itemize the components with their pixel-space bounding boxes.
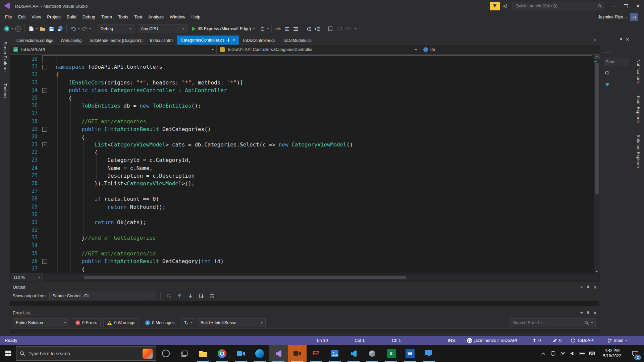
camera-app-icon[interactable] <box>231 345 250 362</box>
edge-icon[interactable] <box>250 345 269 362</box>
member-dropdown[interactable]: db <box>420 45 600 54</box>
outline-collapse-icon[interactable] <box>283 25 291 33</box>
taskbar-clock[interactable]: 4:42 PM 5/18/2022 <box>598 348 626 359</box>
code-line-18[interactable]: 18 //GET api/categories <box>10 118 594 125</box>
pin-icon[interactable] <box>586 311 590 315</box>
tray-keyboard-icon[interactable] <box>588 350 596 357</box>
filezilla-icon[interactable]: FZ <box>307 345 325 362</box>
send-feedback-icon[interactable] <box>500 2 510 10</box>
window-position-icon[interactable] <box>580 287 583 288</box>
collapse-region-icon[interactable]: - <box>42 65 47 69</box>
code-line-14[interactable]: 14- public class CategoriesController : … <box>10 86 594 94</box>
code-line-22[interactable]: 22 { <box>10 148 594 156</box>
pin-icon[interactable] <box>586 285 590 289</box>
filter-button[interactable] <box>181 318 195 327</box>
warnings-filter-button[interactable]: 0 Warnings <box>103 318 139 327</box>
zoom-select[interactable]: 110 % <box>11 274 43 281</box>
code-line-20[interactable]: 20 { <box>10 133 594 141</box>
code-line-27[interactable]: 27 <box>10 187 594 195</box>
search-error-list-input[interactable]: Search Error List <box>511 318 596 327</box>
fold-gutter[interactable]: - <box>38 125 52 133</box>
undo-dropdown-icon[interactable] <box>78 28 80 29</box>
goto-previous-message-icon[interactable] <box>176 292 184 300</box>
code-line-12[interactable]: 12{ <box>10 71 594 78</box>
undo-icon[interactable] <box>69 25 77 33</box>
tray-expand-icon[interactable] <box>540 350 547 357</box>
code-line-13[interactable]: 13 [EnableCors(origins: "*", headers: "*… <box>10 79 594 86</box>
menu-tools[interactable]: Tools <box>115 12 131 22</box>
status-insert-mode[interactable]: INS <box>448 336 455 345</box>
new-file-icon[interactable] <box>27 25 35 33</box>
solution-explorer-tab[interactable]: Solution Explorer <box>636 132 641 171</box>
error-list-grid[interactable] <box>10 328 600 333</box>
menu-analyze[interactable]: Analyze <box>145 12 167 22</box>
server-explorer-tab[interactable]: Server Explorer <box>3 39 7 75</box>
code-line-16[interactable]: 16 ToDoEntities db = new ToDoEntities(); <box>10 102 594 110</box>
account-name[interactable]: Jazmine Rizo <box>598 15 623 19</box>
close-panel-icon[interactable]: ✕ <box>593 285 597 290</box>
status-line[interactable]: Ln 10 <box>317 336 328 345</box>
vscode-icon[interactable] <box>344 345 363 362</box>
code-line-15[interactable]: 15 { <box>10 94 594 102</box>
intellisense-filter-select[interactable]: Build + IntelliSense <box>198 318 266 327</box>
toolbox-tab[interactable]: Toolbox <box>3 81 7 101</box>
comment-icon[interactable] <box>335 25 343 33</box>
fold-gutter[interactable]: - <box>38 86 52 94</box>
clear-all-icon[interactable] <box>197 292 205 300</box>
display-app-icon[interactable] <box>419 345 438 362</box>
output-source-select[interactable]: Source Control - Git <box>49 292 156 300</box>
start-debug-button[interactable]: IIS Express (Microsoft Edge) <box>190 24 258 33</box>
search-highlight-icon[interactable] <box>143 349 153 359</box>
navigate-back-icon[interactable] <box>3 25 11 33</box>
window-position-icon[interactable] <box>580 312 583 314</box>
tab-todomodels-cs[interactable]: ToDoModels.cs <box>279 36 315 45</box>
code-line-32[interactable]: 32 <box>10 226 594 234</box>
fold-gutter[interactable]: - <box>38 141 52 148</box>
tab-web-config[interactable]: Web.config <box>57 36 85 45</box>
tab-connections-configs[interactable]: connections.configs <box>13 36 57 45</box>
messages-filter-button[interactable]: i 0 Messages <box>142 318 178 327</box>
tab-index-cshtml[interactable]: Index.cshtml <box>146 36 177 45</box>
find-message-icon[interactable] <box>165 292 173 300</box>
tab-todocontroller-cs[interactable]: ToDoController.cs <box>239 36 279 45</box>
outgoing-commits[interactable]: 0 <box>533 336 541 345</box>
word-wrap-icon[interactable] <box>208 292 216 300</box>
photos-icon[interactable] <box>325 345 344 362</box>
navigate-back-dropdown-icon[interactable] <box>11 28 13 29</box>
excel-icon[interactable]: X <box>382 345 400 362</box>
menu-window[interactable]: Window <box>167 12 188 22</box>
minimize-button[interactable] <box>608 0 620 12</box>
tab-todomodel-edmx[interactable]: TodoModel.edmx [Diagram1] <box>85 36 146 45</box>
code-line-24[interactable]: 24 Name = c.Name, <box>10 164 594 172</box>
code-line-37[interactable]: 37 { <box>10 265 594 273</box>
word-icon[interactable]: W <box>400 345 419 362</box>
menu-project[interactable]: Project <box>44 12 63 22</box>
close-tool-window-icon[interactable]: ✕ <box>626 37 629 42</box>
solution-platform-select[interactable]: Any CPU <box>138 24 187 33</box>
close-tab-icon[interactable]: × <box>232 38 235 42</box>
code-line-29[interactable]: 29 return NotFound(); <box>10 203 594 211</box>
code-editor[interactable]: 1011-namespace ToDoAPI.API.Controllers12… <box>10 55 600 273</box>
pin-icon[interactable] <box>619 38 623 42</box>
redo-dropdown-icon[interactable] <box>89 28 91 29</box>
code-line-17[interactable]: 17 <box>10 110 594 117</box>
horizontal-scrollbar[interactable] <box>44 275 598 280</box>
pin-icon[interactable] <box>227 38 230 42</box>
account-avatar[interactable]: JR <box>630 13 638 21</box>
quick-launch-input[interactable]: Quick Launch (Ctrl+Q) <box>513 2 605 10</box>
file-explorer-icon[interactable] <box>194 345 213 362</box>
taskbar-search-input[interactable]: Type here to search <box>16 346 156 361</box>
code-line-30[interactable]: 30 <box>10 211 594 219</box>
save-icon[interactable] <box>47 25 55 33</box>
outline-expand-icon[interactable] <box>291 25 300 33</box>
search-box-fragment[interactable]: Sear <box>604 58 629 66</box>
task-view-icon[interactable] <box>175 345 194 362</box>
menu-debug[interactable]: Debug <box>79 12 98 22</box>
close-button[interactable]: ✕ <box>632 0 644 12</box>
error-scope-select[interactable]: Entire Solution <box>13 318 69 327</box>
fold-gutter[interactable]: - <box>38 257 52 265</box>
status-column[interactable]: Col 1 <box>355 336 365 345</box>
code-line-21[interactable]: 21- List<CategoryViewModel> cats = db.Ca… <box>10 141 594 148</box>
new-file-dropdown-icon[interactable] <box>36 28 38 29</box>
code-line-25[interactable]: 25 Description = c.Description <box>10 172 594 180</box>
